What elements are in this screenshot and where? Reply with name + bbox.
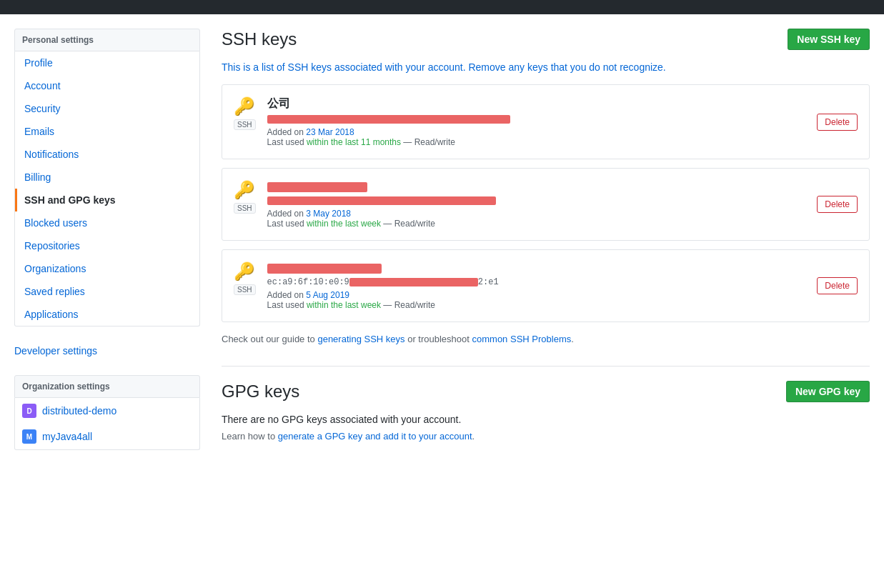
generate-gpg-key-link[interactable]: generate a GPG key and add it to your ac…: [278, 431, 472, 442]
sidebar-item-notifications[interactable]: Notifications: [15, 143, 199, 166]
ssh-section-title: SSH keys: [222, 29, 297, 49]
sidebar-item-emails[interactable]: Emails: [15, 120, 199, 143]
section-divider: [222, 366, 870, 367]
org-settings-nav: Ddistributed-demoMmyJava4all: [14, 398, 200, 450]
sidebar-item-profile[interactable]: Profile: [15, 51, 199, 74]
org-item-myjava4all[interactable]: MmyJava4all: [15, 424, 199, 449]
ssh-badge: SSH: [234, 203, 256, 214]
sidebar-item-billing[interactable]: Billing: [15, 166, 199, 189]
sidebar-item-blocked[interactable]: Blocked users: [15, 211, 199, 234]
key-name: [267, 261, 806, 274]
key-fingerprint: [267, 196, 806, 206]
key-icon: 🔑: [234, 96, 255, 116]
key-details: 公司 Added on 23 Mar 2018 Last used within…: [267, 96, 806, 147]
sidebar-item-orgs[interactable]: Organizations: [15, 257, 199, 280]
key-icon: 🔑: [234, 261, 255, 281]
key-details: Added on 3 May 2018 Last used within the…: [267, 180, 806, 229]
key-icon: 🔑: [234, 180, 255, 200]
ssh-key-card: 🔑 SSH 公司 Added on 23 Mar 2018 Last used …: [222, 84, 870, 159]
key-fingerprint: ec:a9:6f:10:e0:92:e1: [267, 277, 806, 287]
ssh-key-card: 🔑 SSH Added on 3 May 2018 Last used with…: [222, 168, 870, 241]
key-fingerprint: [267, 114, 806, 124]
sidebar-item-saved-replies[interactable]: Saved replies: [15, 280, 199, 303]
ssh-badge: SSH: [234, 119, 256, 130]
gpg-section-header: GPG keys New GPG key: [222, 381, 870, 402]
ssh-keys-list: 🔑 SSH 公司 Added on 23 Mar 2018 Last used …: [222, 84, 870, 322]
key-added-date[interactable]: 3 May 2018: [306, 209, 351, 219]
sidebar-item-ssh-gpg[interactable]: SSH and GPG keys: [15, 189, 199, 211]
generating-ssh-keys-link[interactable]: generating SSH keys: [317, 334, 404, 344]
gpg-no-keys-text: There are no GPG keys associated with yo…: [222, 414, 870, 425]
key-meta: Added on 23 Mar 2018 Last used within th…: [267, 127, 806, 147]
key-icon-area: 🔑 SSH: [234, 96, 256, 130]
key-meta: Added on 3 May 2018 Last used within the…: [267, 209, 806, 229]
sidebar-item-security[interactable]: Security: [15, 97, 199, 120]
key-meta: Added on 5 Aug 2019 Last used within the…: [267, 290, 806, 310]
org-label-myjava4all: myJava4all: [42, 431, 92, 442]
key-name: 公司: [267, 96, 806, 111]
org-settings-title: Organization settings: [14, 375, 200, 398]
key-icon-area: 🔑 SSH: [234, 261, 256, 295]
sidebar-item-account[interactable]: Account: [15, 74, 199, 97]
key-icon-area: 🔑 SSH: [234, 180, 256, 214]
delete-key-button[interactable]: Delete: [817, 277, 858, 294]
personal-settings-title: Personal settings: [14, 29, 200, 51]
gpg-section-title: GPG keys: [222, 382, 299, 402]
key-name: [267, 180, 806, 193]
key-last-used: within the last week: [307, 300, 381, 310]
key-added-date[interactable]: 5 Aug 2019: [306, 290, 349, 300]
sidebar-item-applications[interactable]: Applications: [15, 303, 199, 326]
org-avatar-distributed-demo: D: [22, 404, 36, 418]
delete-key-button[interactable]: Delete: [817, 196, 858, 213]
delete-key-button[interactable]: Delete: [817, 114, 858, 131]
ssh-info-text: This is a list of SSH keys associated wi…: [222, 61, 870, 73]
common-ssh-problems-link[interactable]: common SSH Problems: [472, 334, 572, 344]
ssh-footer-text: Check out our guide to generating SSH ke…: [222, 334, 870, 344]
key-details: ec:a9:6f:10:e0:92:e1 Added on 5 Aug 2019…: [267, 261, 806, 310]
ssh-badge: SSH: [234, 284, 256, 295]
sidebar: Personal settings ProfileAccountSecurity…: [14, 29, 200, 450]
key-last-used: within the last week: [307, 219, 381, 229]
main-content: SSH keys New SSH key This is a list of S…: [222, 29, 870, 450]
gpg-learn-text: Learn how to generate a GPG key and add …: [222, 431, 870, 442]
developer-settings-link[interactable]: Developer settings: [14, 341, 200, 361]
org-avatar-myjava4all: M: [22, 429, 36, 444]
org-label-distributed-demo: distributed-demo: [42, 405, 116, 417]
new-gpg-key-button[interactable]: New GPG key: [786, 381, 870, 402]
personal-settings-nav: ProfileAccountSecurityEmailsNotification…: [14, 51, 200, 327]
ssh-section-header: SSH keys New SSH key: [222, 29, 870, 50]
new-ssh-key-button[interactable]: New SSH key: [788, 29, 870, 50]
developer-settings-link-container: Developer settings: [14, 341, 200, 361]
sidebar-item-repos[interactable]: Repositories: [15, 234, 199, 257]
key-last-used: within the last 11 months: [307, 137, 401, 147]
org-item-distributed-demo[interactable]: Ddistributed-demo: [15, 398, 199, 424]
key-added-date[interactable]: 23 Mar 2018: [306, 127, 354, 137]
top-bar: [0, 0, 884, 14]
ssh-key-card: 🔑 SSH ec:a9:6f:10:e0:92:e1 Added on 5 Au…: [222, 249, 870, 322]
